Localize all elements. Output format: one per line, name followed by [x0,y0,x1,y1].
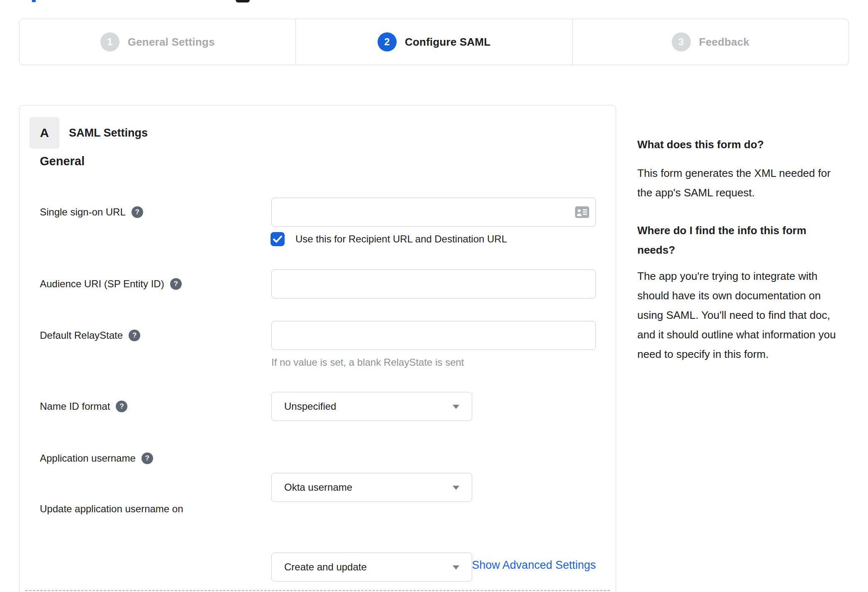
step-number-badge: 1 [100,32,119,51]
relay-state-hint: If no value is set, a blank RelayState i… [271,357,596,368]
step-general-settings[interactable]: 1 General Settings [20,19,295,65]
cutoff-blue-fragment [32,0,36,2]
step-feedback[interactable]: 3 Feedback [572,19,848,65]
checkmark-icon [273,235,282,243]
application-username-value: Okta username [284,482,352,493]
name-id-format-help-icon[interactable]: ? [116,401,127,412]
name-id-format-value: Unspecified [284,401,336,412]
recipient-url-checkbox-label[interactable]: Use this for Recipient URL and Destinati… [295,233,507,245]
recipient-url-checkbox[interactable] [271,232,285,246]
cutoff-dark-fragment [236,0,250,2]
audience-uri-help-icon[interactable]: ? [170,278,182,290]
application-username-help-icon[interactable]: ? [141,453,153,464]
relay-state-input-wrap: If no value is set, a blank RelayState i… [271,321,596,368]
update-username-label: Update application username on [40,494,266,524]
audience-uri-input-wrap [271,269,596,298]
audience-uri-label: Audience URI (SP Entity ID)? [40,269,266,298]
relay-state-label: Default RelayState? [40,321,266,350]
sso-url-help-icon[interactable]: ? [132,206,143,218]
help-section-what: What does this form do? This form genera… [637,135,845,203]
help-section-body: This form generates the XML needed for t… [637,164,845,203]
step-number-badge: 2 [378,32,397,51]
step-label: Feedback [699,36,750,49]
chevron-down-icon [453,486,459,490]
sso-url-input[interactable] [271,198,596,227]
show-advanced-settings-link[interactable]: Show Advanced Settings [271,559,596,572]
step-configure-saml[interactable]: 2 Configure SAML [295,19,572,65]
step-label: Configure SAML [405,36,490,49]
wizard-stepper: 1 General Settings 2 Configure SAML 3 Fe… [19,19,849,65]
saml-settings-panel: A SAML Settings General Single sign-on U… [19,105,616,592]
sso-url-input-wrap [271,198,596,227]
chevron-down-icon [453,405,459,409]
help-section-where: Where do I find the info this form needs… [637,221,845,364]
step-number-badge: 3 [672,32,691,51]
help-section-heading: What does this form do? [637,135,845,154]
contact-card-icon[interactable] [575,206,589,220]
recipient-url-checkbox-row: Use this for Recipient URL and Destinati… [271,232,507,246]
name-id-format-select[interactable]: Unspecified [271,392,472,421]
section-a-badge: A [29,117,59,149]
audience-uri-input[interactable] [271,269,596,298]
relay-state-help-icon[interactable]: ? [129,330,140,341]
panel-title: SAML Settings [69,117,148,149]
help-section-body: The app you're trying to integrate with … [637,267,845,364]
section-dashed-divider [25,590,610,591]
help-section-heading: Where do I find the info this form needs… [637,221,845,260]
step-label: General Settings [128,36,215,49]
application-username-label: Application username? [40,444,266,473]
help-sidebar: What does this form do? This form genera… [637,135,845,364]
general-section-heading: General [40,154,85,168]
name-id-format-label: Name ID format? [40,392,266,421]
application-username-select[interactable]: Okta username [271,473,472,502]
relay-state-input[interactable] [271,321,596,350]
sso-url-label: Single sign-on URL? [40,198,266,227]
